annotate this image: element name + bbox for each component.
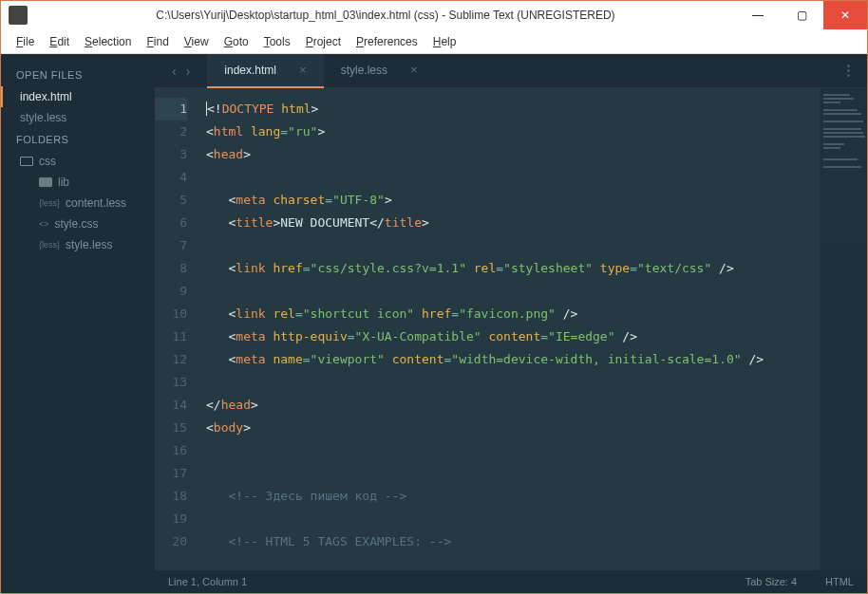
tab-nav: ‹ › <box>155 64 207 79</box>
code-line[interactable]: <!DOCTYPE html> <box>206 98 867 121</box>
line-number[interactable]: 11 <box>155 325 187 348</box>
code-line[interactable]: <meta name="viewport" content="width=dev… <box>206 348 867 371</box>
menu-project[interactable]: Project <box>298 32 349 51</box>
statusbar: Line 1, Column 1 Tab Size: 4 HTML <box>155 570 867 593</box>
line-number[interactable]: 8 <box>155 257 187 280</box>
app-window: C:\Users\Yurij\Desktop\startup_html_03\i… <box>0 0 868 594</box>
open-file-item[interactable]: index.html <box>1 86 155 107</box>
line-number[interactable]: 19 <box>155 508 187 530</box>
line-number[interactable]: 9 <box>155 280 187 303</box>
tabbar: ‹ › index.html×style.less× <box>155 54 867 88</box>
close-button[interactable]: ✕ <box>823 1 867 29</box>
code-line[interactable]: </head> <box>206 394 867 417</box>
code-line[interactable]: <!-- HTML 5 TAGS EXAMPLES: --> <box>206 530 867 553</box>
line-number[interactable]: 18 <box>155 485 187 508</box>
menu-view[interactable]: View <box>177 32 217 51</box>
syntax-language[interactable]: HTML <box>825 576 854 587</box>
code-line[interactable]: <title>NEW DOCUMENT</title> <box>206 212 867 234</box>
menu-file[interactable]: File <box>9 32 42 51</box>
menu-preferences[interactable]: Preferences <box>349 32 425 51</box>
open-file-item[interactable]: style.less <box>1 107 155 128</box>
code-line[interactable] <box>206 280 867 303</box>
code-line[interactable]: <html lang="ru"> <box>206 121 867 143</box>
gutter: 1234567891011121314151617181920 <box>155 88 198 570</box>
tab-menu-icon[interactable] <box>830 65 867 77</box>
folder-item[interactable]: lib <box>1 172 155 193</box>
code-line[interactable] <box>206 439 867 462</box>
tab-size[interactable]: Tab Size: 4 <box>745 576 797 587</box>
line-number[interactable]: 4 <box>155 166 187 189</box>
editor-area: ‹ › index.html×style.less× 1234567891011… <box>155 54 867 593</box>
line-number[interactable]: 6 <box>155 212 187 234</box>
line-number[interactable]: 5 <box>155 189 187 212</box>
folder-icon <box>39 177 52 187</box>
sidebar: OPEN FILES index.htmlstyle.less FOLDERS … <box>1 54 155 593</box>
line-number[interactable]: 10 <box>155 303 187 325</box>
nav-forward-icon[interactable]: › <box>186 64 191 79</box>
code-line[interactable] <box>206 462 867 485</box>
folders-heading: FOLDERS <box>1 128 155 151</box>
line-number[interactable]: 3 <box>155 143 187 166</box>
menu-selection[interactable]: Selection <box>77 32 139 51</box>
folder-label: css <box>39 155 56 168</box>
code-line[interactable] <box>206 371 867 394</box>
code-line[interactable]: <head> <box>206 143 867 166</box>
folder-root[interactable]: css <box>1 151 155 172</box>
code-line[interactable]: <link rel="shortcut icon" href="favicon.… <box>206 303 867 325</box>
tab-label: index.html <box>224 64 276 77</box>
line-number[interactable]: 13 <box>155 371 187 394</box>
menu-help[interactable]: Help <box>425 32 464 51</box>
code-line[interactable] <box>206 508 867 530</box>
code-line[interactable]: <link href="css/style.css?v=1.1" rel="st… <box>206 257 867 280</box>
menu-edit[interactable]: Edit <box>42 32 77 51</box>
line-number[interactable]: 12 <box>155 348 187 371</box>
nav-back-icon[interactable]: ‹ <box>172 64 177 79</box>
line-number[interactable]: 2 <box>155 121 187 143</box>
tab-label: style.less <box>341 64 387 77</box>
window-title: C:\Users\Yurij\Desktop\startup_html_03\i… <box>35 9 736 22</box>
line-number[interactable]: 14 <box>155 394 187 417</box>
line-number[interactable]: 20 <box>155 530 187 553</box>
titlebar[interactable]: C:\Users\Yurij\Desktop\startup_html_03\i… <box>1 1 867 29</box>
line-number[interactable]: 1 <box>155 98 187 121</box>
tab-close-icon[interactable]: × <box>299 63 307 77</box>
window-controls: — ▢ ✕ <box>736 1 867 29</box>
minimap[interactable] <box>820 88 867 570</box>
open-files-heading: OPEN FILES <box>1 64 155 86</box>
minimize-button[interactable]: — <box>736 1 780 29</box>
menu-find[interactable]: Find <box>139 32 176 51</box>
line-number[interactable]: 16 <box>155 439 187 462</box>
code-line[interactable]: <meta charset="UTF-8"> <box>206 189 867 212</box>
code-line[interactable]: <!-- Здесь пишем код --> <box>206 485 867 508</box>
file-item[interactable]: {less} style.less <box>1 234 155 255</box>
menubar: FileEditSelectionFindViewGotoToolsProjec… <box>1 29 867 54</box>
code-line[interactable]: <body> <box>206 417 867 439</box>
line-number[interactable]: 15 <box>155 417 187 439</box>
file-item[interactable]: <> style.css <box>1 213 155 234</box>
code-line[interactable] <box>206 234 867 257</box>
maximize-button[interactable]: ▢ <box>780 1 823 29</box>
code-content[interactable]: <!DOCTYPE html> <html lang="ru"> <head> … <box>198 88 867 570</box>
code-line[interactable] <box>206 166 867 189</box>
editor[interactable]: 1234567891011121314151617181920 <!DOCTYP… <box>155 88 867 570</box>
tab-close-icon[interactable]: × <box>410 63 418 77</box>
line-number[interactable]: 7 <box>155 234 187 257</box>
tab[interactable]: index.html× <box>207 54 323 88</box>
folder-icon <box>20 157 33 166</box>
tab[interactable]: style.less× <box>324 54 435 88</box>
cursor-position[interactable]: Line 1, Column 1 <box>168 576 247 587</box>
app-icon <box>9 6 28 25</box>
menu-goto[interactable]: Goto <box>217 32 256 51</box>
main-area: OPEN FILES index.htmlstyle.less FOLDERS … <box>1 54 867 593</box>
menu-tools[interactable]: Tools <box>256 32 298 51</box>
code-line[interactable]: <meta http-equiv="X-UA-Compatible" conte… <box>206 325 867 348</box>
file-item[interactable]: {less} content.less <box>1 193 155 213</box>
line-number[interactable]: 17 <box>155 462 187 485</box>
